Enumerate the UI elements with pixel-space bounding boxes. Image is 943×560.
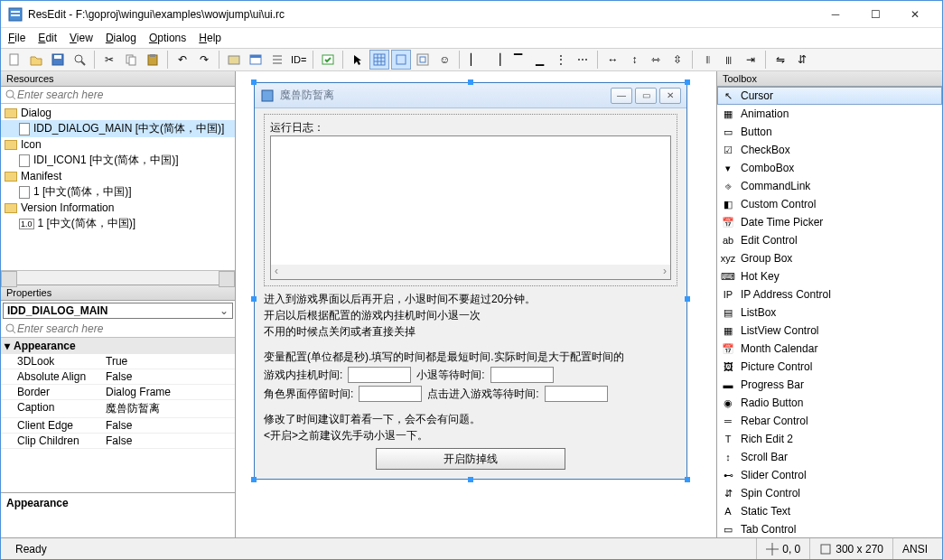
toolbox-item-rebar-control[interactable]: ═Rebar Control [717,412,942,430]
maximize-button[interactable]: ☐ [855,2,895,27]
properties-search[interactable] [1,321,235,338]
align-top-icon[interactable]: ▔ [508,50,528,70]
toolbox-item-commandlink[interactable]: ⎆CommandLink [717,177,942,195]
distribute-v-icon[interactable]: ⫼ [719,50,739,70]
tree-version-item[interactable]: 1.01 [中文(简体，中国)] [1,215,235,232]
sel-handle-s[interactable] [468,477,473,482]
properties-search-input[interactable] [17,322,231,335]
save-icon[interactable] [48,50,68,70]
same-height-icon[interactable]: ⇳ [668,50,687,70]
preview-icon[interactable] [70,50,89,70]
flip-v-icon[interactable]: ⇵ [792,50,812,70]
toolbox-item-hot-key[interactable]: ⌨Hot Key [717,267,942,285]
log-textarea[interactable]: ‹› [270,135,671,280]
align-right-icon[interactable]: ▕ [486,50,506,70]
copy-icon[interactable] [121,50,141,70]
properties-selector[interactable]: IDD_DIALOG_MAIN ⌄ [3,303,233,319]
prop-row[interactable]: Caption魔兽防暂离 [1,400,235,418]
dialog-min-icon[interactable]: — [611,88,632,104]
center-h-icon[interactable]: ⋮ [551,50,571,70]
align-bottom-icon[interactable]: ▁ [529,50,549,70]
start-button[interactable]: 开启防掉线 [376,448,565,470]
toolbox-item-ip-address-control[interactable]: IPIP Address Control [717,285,942,303]
dialog-preview[interactable]: 魔兽防暂离 — ▭ ✕ 运行日志： ‹› 进入到游戏界面以后再开启，小退时间不要… [254,82,687,480]
tab-order-icon[interactable]: ⇥ [741,50,761,70]
margin-icon[interactable] [413,50,433,70]
toolbox-item-slider-control[interactable]: ⊷Slider Control [717,466,942,484]
sel-handle-w[interactable] [251,296,257,302]
distribute-h-icon[interactable]: ⫴ [697,50,717,70]
pointer-icon[interactable] [348,50,368,70]
toolbox-item-month-calendar[interactable]: 📅Month Calendar [717,340,942,358]
menu-options[interactable]: Options [149,32,186,44]
tree-dialog-item[interactable]: IDD_DIALOG_MAIN [中文(简体，中国)] [1,120,235,137]
close-button[interactable]: ✕ [895,2,935,27]
dialog-editor[interactable]: 魔兽防暂离 — ▭ ✕ 运行日志： ‹› 进入到游戏界面以后再开启，小退时间不要… [236,71,716,537]
toolbox-item-spin-control[interactable]: ⇵Spin Control [717,484,942,502]
smiley-icon[interactable]: ☺ [434,50,454,70]
grid-icon[interactable] [369,50,389,70]
resource-tree[interactable]: Dialog IDD_DIALOG_MAIN [中文(简体，中国)] Icon … [1,104,235,270]
cut-icon[interactable]: ✂ [99,50,119,70]
dialog-max-icon[interactable]: ▭ [635,88,657,104]
tree-version-folder[interactable]: Version Information [1,201,235,215]
sel-handle-e[interactable] [685,296,690,302]
input-hangtime[interactable] [348,367,411,383]
spacing-h-icon[interactable]: ↔ [602,50,622,70]
guides-icon[interactable] [391,50,411,70]
tree-icon-item[interactable]: IDI_ICON1 [中文(简体，中国)] [1,152,235,169]
dialog-client-area[interactable]: 运行日志： ‹› 进入到游戏界面以后再开启，小退时间不要超过20分钟。 开启以后… [255,108,686,479]
toolbox-item-tab-control[interactable]: ▭Tab Control [717,520,942,537]
tree-manifest-item[interactable]: 1 [中文(简体，中国)] [1,183,235,201]
prop-row[interactable]: Absolute AlignFalse [1,369,235,385]
test-icon[interactable] [318,50,338,70]
toolbox-item-picture-control[interactable]: 🖼Picture Control [717,358,942,376]
toolbox-item-radio-button[interactable]: ◉Radio Button [717,394,942,412]
redo-icon[interactable]: ↷ [194,50,214,70]
paste-icon[interactable] [143,50,163,70]
resources-search[interactable] [1,87,235,104]
list-icon[interactable] [267,50,287,70]
sel-handle-se[interactable] [685,477,690,482]
new-icon[interactable] [5,50,24,70]
toolbox-item-rich-edit-2[interactable]: TRich Edit 2 [717,430,942,448]
minimize-button[interactable]: ─ [816,2,855,27]
toolbox-item-cursor[interactable]: ↖Cursor [717,87,942,105]
tree-dialog-folder[interactable]: Dialog [1,106,235,120]
toolbox-item-custom-control[interactable]: ◧Custom Control [717,195,942,213]
toolbox-item-edit-control[interactable]: abEdit Control [717,231,942,249]
sel-handle-n[interactable] [468,79,473,85]
sel-handle-sw[interactable] [251,477,257,482]
toolbox-list[interactable]: ↖Cursor▦Animation▭Button☑CheckBox▾ComboB… [717,87,942,537]
center-v-icon[interactable]: ⋯ [573,50,593,70]
tree-icon-folder[interactable]: Icon [1,137,235,152]
same-width-icon[interactable]: ⇿ [646,50,666,70]
menu-view[interactable]: View [70,32,93,44]
resource-icon[interactable] [224,50,244,70]
prop-row[interactable]: Clip ChildrenFalse [1,434,235,449]
input-enterwait[interactable] [545,386,608,402]
menu-help[interactable]: Help [199,32,221,44]
align-left-icon[interactable]: ▏ [464,50,484,70]
toolbox-item-checkbox[interactable]: ☑CheckBox [717,141,942,159]
prop-row[interactable]: Client EdgeFalse [1,418,235,434]
sel-handle-nw[interactable] [251,79,257,85]
toolbox-item-button[interactable]: ▭Button [717,123,942,141]
property-category[interactable]: ▾Appearance [1,338,235,354]
menu-file[interactable]: File [8,32,25,44]
prop-row[interactable]: 3DLookTrue [1,354,235,369]
toolbox-item-listbox[interactable]: ▤ListBox [717,303,942,322]
toolbox-item-progress-bar[interactable]: ▬Progress Bar [717,376,942,394]
toolbox-item-scroll-bar[interactable]: ↕Scroll Bar [717,448,942,466]
groupbox-log[interactable]: 运行日志： ‹› [264,114,677,286]
toolbox-item-group-box[interactable]: xyzGroup Box [717,249,942,267]
sel-handle-ne[interactable] [685,79,690,85]
undo-icon[interactable]: ↶ [173,50,192,70]
menu-dialog[interactable]: Dialog [106,32,136,44]
spacing-v-icon[interactable]: ↕ [624,50,644,70]
toolbox-item-static-text[interactable]: AStatic Text [717,502,942,520]
property-grid[interactable]: ▾Appearance 3DLookTrue Absolute AlignFal… [1,338,235,492]
toolbox-item-listview-control[interactable]: ▦ListView Control [717,322,942,340]
toolbox-item-date-time-picker[interactable]: 📅Date Time Picker [717,213,942,231]
dialog-close-icon[interactable]: ✕ [659,88,681,104]
